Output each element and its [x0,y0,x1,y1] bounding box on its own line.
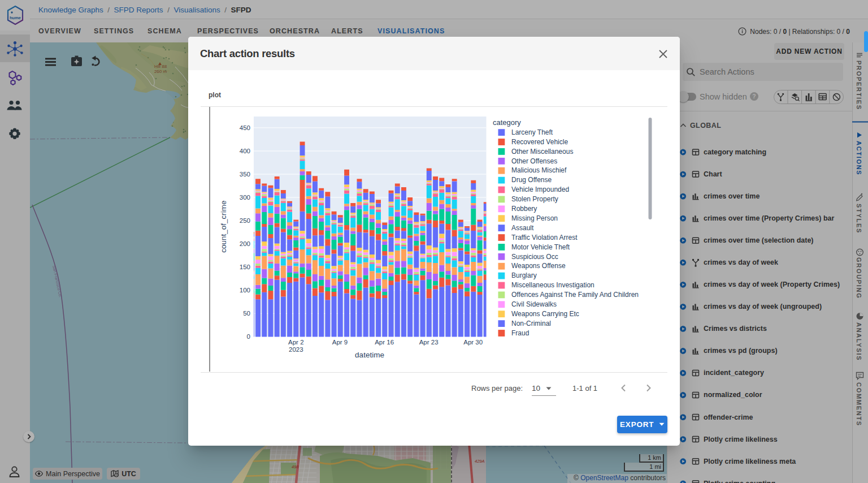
svg-text:450: 450 [240,124,250,131]
svg-text:2023: 2023 [289,346,303,353]
svg-text:350: 350 [240,171,250,178]
svg-text:Robbery: Robbery [511,205,537,213]
svg-text:150: 150 [240,264,250,270]
svg-text:Other Offenses: Other Offenses [511,157,557,165]
svg-text:50: 50 [243,310,250,317]
svg-text:Civil Sidewalks: Civil Sidewalks [511,300,557,308]
svg-text:Suspicious Occ: Suspicious Occ [511,253,558,261]
svg-text:400: 400 [240,148,250,154]
svg-text:Drug Offense: Drug Offense [511,176,552,184]
svg-text:200: 200 [240,240,250,247]
svg-text:0: 0 [247,333,250,340]
svg-text:Traffic Violation Arrest: Traffic Violation Arrest [511,234,578,241]
svg-text:Weapons Carrying Etc: Weapons Carrying Etc [511,310,579,318]
svg-text:Miscellaneous Investigation: Miscellaneous Investigation [511,281,594,289]
svg-text:Other Miscellaneous: Other Miscellaneous [511,148,573,156]
svg-text:Apr 9: Apr 9 [332,339,348,346]
svg-text:Apr 23: Apr 23 [419,339,439,346]
svg-text:count_of_crime: count_of_crime [219,201,228,253]
svg-text:Non-Criminal: Non-Criminal [511,320,551,327]
svg-text:Malicious Mischief: Malicious Mischief [511,166,567,174]
svg-text:250: 250 [240,217,250,224]
svg-text:Recovered Vehicle: Recovered Vehicle [511,138,568,146]
svg-text:Offences Against The Family An: Offences Against The Family And Children [511,291,639,299]
svg-text:Apr 2: Apr 2 [288,339,304,346]
svg-text:Apr 16: Apr 16 [375,339,394,346]
svg-text:Missing Person: Missing Person [511,214,558,222]
svg-text:Apr 30: Apr 30 [463,339,483,346]
svg-text:category: category [493,118,521,127]
svg-text:Larceny Theft: Larceny Theft [511,128,553,136]
svg-text:Weapons Offense: Weapons Offense [511,262,566,270]
svg-text:Assault: Assault [511,224,534,232]
svg-text:Vehicle Impounded: Vehicle Impounded [511,186,569,193]
svg-text:Stolen Property: Stolen Property [511,195,558,203]
svg-text:Burglary: Burglary [511,271,537,279]
svg-text:300: 300 [240,194,250,201]
svg-text:datetime: datetime [355,351,384,359]
svg-text:100: 100 [240,287,250,294]
svg-text:Fraud: Fraud [511,329,529,337]
svg-text:Motor Vehicle Theft: Motor Vehicle Theft [511,243,570,251]
